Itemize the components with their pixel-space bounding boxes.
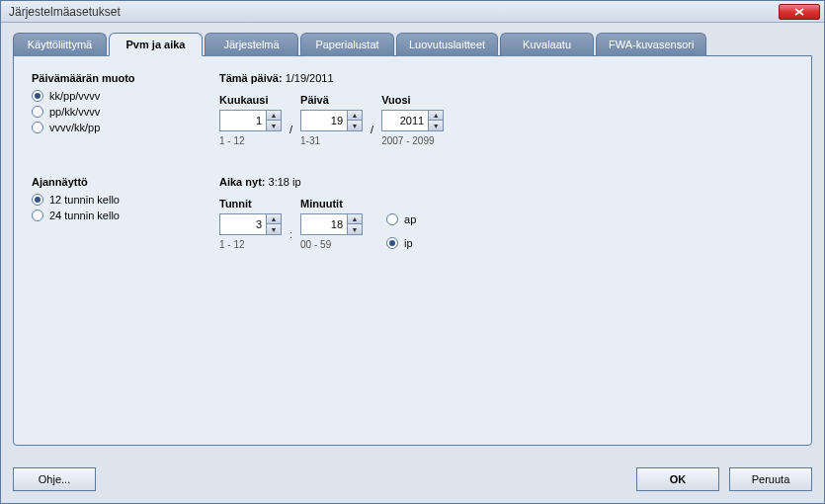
year-up-button[interactable]: ▲ [429, 111, 443, 121]
today-label: Tämä päivä: [219, 72, 283, 84]
window-title: Järjestelmäasetukset [9, 5, 779, 19]
tab-date-time[interactable]: Pvm ja aika [109, 33, 203, 56]
radio-icon [32, 122, 43, 133]
time-separator: : [289, 210, 292, 240]
month-label: Kuukausi [219, 94, 282, 106]
close-button[interactable] [779, 4, 820, 20]
radio-am[interactable]: ap [386, 213, 416, 225]
year-down-button[interactable]: ▼ [429, 121, 443, 130]
hours-input[interactable] [220, 214, 266, 234]
time-section: Ajannäyttö 12 tunnin kello 24 tunnin kel… [32, 176, 793, 253]
radio-label: vvvv/kk/pp [49, 122, 100, 133]
today-line: Tämä päivä: 1/19/2011 [219, 72, 793, 84]
day-down-button[interactable]: ▼ [348, 121, 362, 130]
month-down-button[interactable]: ▼ [267, 121, 281, 130]
content-area: Käyttöliittymä Pvm ja aika Järjestelmä P… [1, 23, 824, 456]
radio-icon [32, 210, 43, 221]
day-spinner: ▲ ▼ [300, 110, 363, 131]
tab-fwa-sensor[interactable]: FWA-kuvasensori [596, 33, 706, 56]
year-range: 2007 - 2099 [381, 135, 444, 146]
tabstrip: Käyttöliittymä Pvm ja aika Järjestelmä P… [13, 33, 812, 56]
minutes-up-button[interactable]: ▲ [348, 214, 362, 224]
date-section: Päivämäärän muoto kk/pp/vvvv pp/kk/vvvv … [32, 72, 793, 146]
day-label: Päivä [300, 94, 363, 106]
day-input[interactable] [301, 111, 347, 130]
radio-icon [32, 194, 43, 206]
radio-label: 12 tunnin kello [49, 194, 120, 206]
time-display-heading: Ajannäyttö [32, 176, 219, 188]
radio-pm[interactable]: ip [386, 237, 416, 249]
radio-24h-clock[interactable]: 24 tunnin kello [32, 210, 219, 221]
close-icon [794, 8, 804, 16]
year-spinner: ▲ ▼ [381, 110, 444, 131]
month-range: 1 - 12 [219, 135, 282, 146]
today-value: 1/19/2011 [286, 72, 334, 84]
tab-output-devices[interactable]: Luovutuslaitteet [396, 33, 498, 56]
hours-range: 1 - 12 [219, 239, 282, 250]
hours-up-button[interactable]: ▲ [267, 214, 281, 224]
radio-label: ap [404, 213, 416, 225]
ok-button[interactable]: OK [636, 467, 719, 491]
radio-date-format-dmy[interactable]: pp/kk/vvvv [32, 106, 219, 118]
hours-spinner: ▲ ▼ [219, 213, 282, 235]
help-button[interactable]: Ohje... [13, 467, 96, 491]
radio-12h-clock[interactable]: 12 tunnin kello [32, 194, 219, 206]
minutes-range: 00 - 59 [300, 239, 363, 250]
dialog-window: Järjestelmäasetukset Käyttöliittymä Pvm … [0, 0, 825, 504]
minutes-spinner: ▲ ▼ [300, 213, 363, 235]
hours-label: Tunnit [219, 198, 282, 210]
titlebar: Järjestelmäasetukset [1, 1, 824, 23]
radio-label: kk/pp/vvvv [49, 90, 100, 102]
radio-icon [32, 106, 43, 118]
minutes-label: Minuutit [300, 198, 363, 210]
radio-icon [386, 237, 398, 249]
hours-down-button[interactable]: ▼ [267, 224, 281, 234]
cancel-button[interactable]: Peruuta [729, 467, 812, 491]
year-input[interactable] [382, 111, 428, 130]
tab-image-quality[interactable]: Kuvalaatu [500, 33, 594, 56]
radio-date-format-ymd[interactable]: vvvv/kk/pp [32, 122, 219, 133]
tab-panel: Päivämäärän muoto kk/pp/vvvv pp/kk/vvvv … [13, 55, 812, 446]
time-now-label: Aika nyt: [219, 176, 265, 188]
radio-date-format-mdy[interactable]: kk/pp/vvvv [32, 90, 219, 102]
radio-label: 24 tunnin kello [49, 210, 120, 221]
month-spinner: ▲ ▼ [219, 110, 282, 131]
radio-icon [386, 213, 398, 225]
month-up-button[interactable]: ▲ [267, 111, 281, 121]
radio-label: ip [404, 237, 413, 249]
radio-icon [32, 90, 43, 102]
tab-ui[interactable]: Käyttöliittymä [13, 33, 107, 56]
minutes-input[interactable] [301, 214, 347, 234]
month-input[interactable] [220, 111, 266, 130]
date-format-heading: Päivämäärän muoto [32, 72, 219, 84]
minutes-down-button[interactable]: ▼ [348, 224, 362, 234]
day-range: 1-31 [300, 135, 363, 146]
tab-system[interactable]: Järjestelmä [205, 33, 298, 56]
time-now-value: 3:18 ip [269, 176, 301, 188]
day-up-button[interactable]: ▲ [348, 111, 362, 121]
year-label: Vuosi [381, 94, 444, 106]
date-separator: / [371, 106, 373, 135]
time-now-line: Aika nyt: 3:18 ip [219, 176, 793, 188]
date-separator: / [289, 106, 292, 135]
radio-label: pp/kk/vvvv [49, 106, 100, 118]
tab-paper-trays[interactable]: Paperialustat [300, 33, 394, 56]
button-bar: Ohje... OK Peruuta [13, 467, 812, 491]
